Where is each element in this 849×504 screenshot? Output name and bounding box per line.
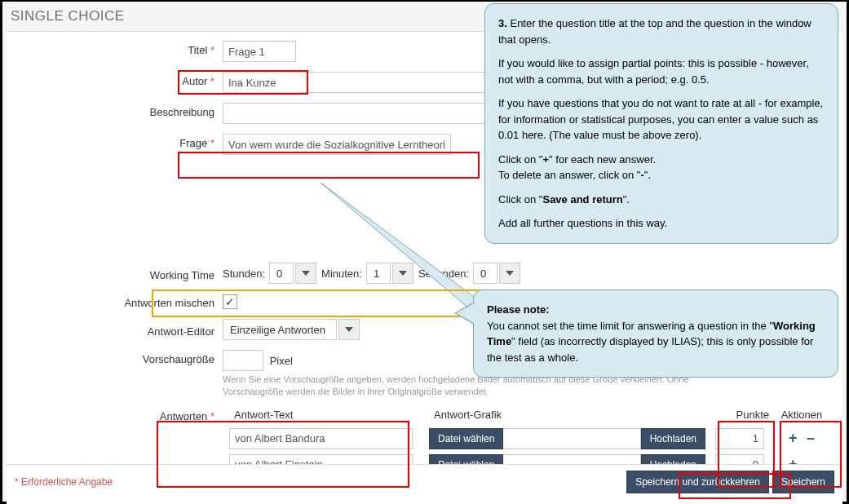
author-label: Autor	[182, 75, 207, 87]
editor-dropdown-toggle[interactable]	[338, 319, 360, 340]
file-name-display	[503, 428, 640, 449]
file-select-button[interactable]: Datei wählen	[429, 428, 503, 449]
instruction-callout: 3. Enter the question title at the top a…	[484, 3, 838, 244]
hours-value: 0	[269, 263, 294, 284]
shuffle-checkbox[interactable]: ✓	[223, 294, 237, 309]
minutes-label: Minuten:	[321, 267, 362, 280]
points-input[interactable]	[715, 428, 764, 449]
callout-note-heading: Please note:	[487, 303, 550, 316]
chevron-down-icon	[302, 271, 310, 276]
remove-answer-button[interactable]: –	[803, 430, 818, 446]
chevron-down-icon	[506, 271, 514, 276]
save-button[interactable]: Speichern	[772, 471, 834, 493]
chevron-down-icon	[345, 327, 353, 332]
working-time-label: Working Time	[150, 269, 214, 281]
upload-button[interactable]: Hochladen	[641, 428, 705, 449]
editor-label: Antwort-Editor	[148, 325, 214, 338]
footer-bar: * Erforderliche Angabe Speichern und zur…	[7, 464, 842, 499]
preview-size-label: Vorschaugröße	[143, 353, 214, 365]
title-label: Titel	[188, 44, 207, 56]
required-star: *	[210, 75, 214, 87]
th-points: Punkte	[705, 409, 769, 421]
callout-step-number: 3.	[498, 17, 507, 29]
answer-text-input[interactable]	[229, 428, 413, 449]
chevron-down-icon	[399, 271, 407, 276]
description-label: Beschreibung	[150, 106, 215, 118]
required-star: *	[210, 410, 214, 422]
minutes-dropdown[interactable]	[392, 263, 413, 284]
required-legend: * Erforderliche Angabe	[15, 476, 113, 488]
question-input[interactable]	[223, 134, 451, 155]
hours-label: Stunden:	[223, 267, 265, 280]
required-star: *	[210, 44, 214, 56]
th-answer-text: Antwort-Text	[229, 409, 413, 421]
preview-unit: Pixel	[270, 355, 293, 367]
hours-dropdown[interactable]	[295, 263, 316, 284]
editor-select[interactable]: Einzeilige Antworten	[223, 319, 337, 340]
preview-size-input[interactable]	[223, 350, 263, 371]
seconds-value: 0	[473, 263, 497, 284]
required-star: *	[210, 137, 214, 149]
save-and-return-button[interactable]: Speichern und zurückkehren	[626, 471, 769, 493]
question-label: Frage	[179, 137, 207, 149]
seconds-label: Sekunden:	[418, 267, 469, 280]
answer-row: Datei wählen Hochladen + –	[229, 426, 834, 452]
th-actions: Aktionen	[769, 409, 834, 421]
title-input[interactable]	[223, 41, 296, 62]
shuffle-label: Antworten mischen	[124, 297, 214, 309]
answers-label: Antworten	[160, 410, 208, 422]
minutes-value: 1	[366, 263, 391, 284]
th-answer-grafik: Antwort-Grafik	[429, 409, 705, 421]
note-callout: Please note: You cannot set the time lim…	[473, 290, 838, 378]
seconds-dropdown[interactable]	[499, 263, 520, 284]
add-answer-button[interactable]: +	[785, 430, 801, 446]
